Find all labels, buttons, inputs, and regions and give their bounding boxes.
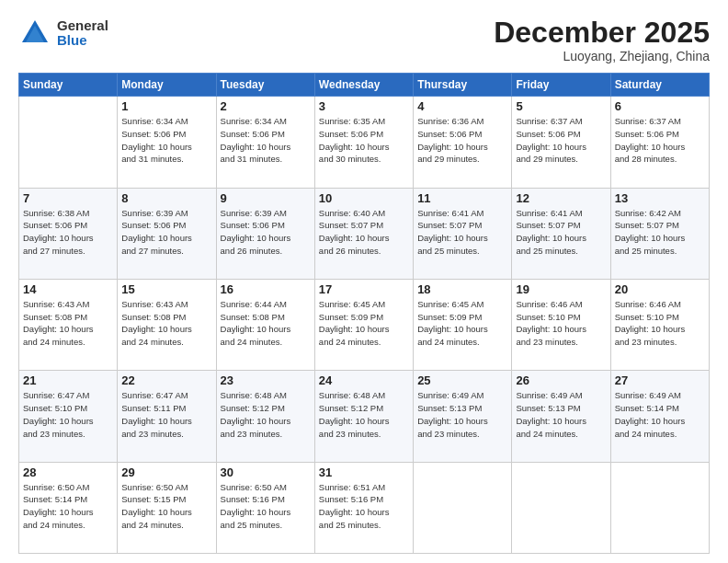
day-number: 13	[615, 191, 705, 205]
day-number: 4	[417, 99, 507, 113]
page: General Blue December 2025 Luoyang, Zhej…	[0, 0, 728, 563]
calendar-table: Sunday Monday Tuesday Wednesday Thursday…	[18, 73, 710, 554]
calendar-week-row: 21Sunrise: 6:47 AM Sunset: 5:10 PM Dayli…	[19, 371, 710, 462]
day-number: 18	[417, 282, 507, 296]
day-info: Sunrise: 6:36 AM Sunset: 5:06 PM Dayligh…	[417, 115, 507, 166]
day-info: Sunrise: 6:37 AM Sunset: 5:06 PM Dayligh…	[516, 115, 606, 166]
day-number: 26	[516, 373, 606, 387]
table-row	[610, 462, 709, 553]
col-monday: Monday	[118, 74, 216, 97]
day-number: 28	[23, 465, 113, 479]
day-info: Sunrise: 6:48 AM Sunset: 5:12 PM Dayligh…	[319, 389, 409, 440]
location-subtitle: Luoyang, Zhejiang, China	[494, 49, 710, 63]
calendar-header-row: Sunday Monday Tuesday Wednesday Thursday…	[19, 74, 710, 97]
day-info: Sunrise: 6:51 AM Sunset: 5:16 PM Dayligh…	[319, 481, 409, 532]
day-number: 24	[319, 373, 409, 387]
day-info: Sunrise: 6:40 AM Sunset: 5:07 PM Dayligh…	[319, 207, 409, 258]
day-info: Sunrise: 6:39 AM Sunset: 5:06 PM Dayligh…	[121, 207, 211, 258]
table-row: 18Sunrise: 6:45 AM Sunset: 5:09 PM Dayli…	[414, 279, 512, 370]
day-number: 12	[516, 191, 606, 205]
day-info: Sunrise: 6:46 AM Sunset: 5:10 PM Dayligh…	[615, 298, 705, 349]
day-info: Sunrise: 6:48 AM Sunset: 5:12 PM Dayligh…	[221, 389, 311, 440]
calendar-week-row: 14Sunrise: 6:43 AM Sunset: 5:08 PM Dayli…	[19, 279, 710, 370]
table-row: 31Sunrise: 6:51 AM Sunset: 5:16 PM Dayli…	[314, 462, 413, 553]
day-number: 15	[121, 282, 211, 296]
table-row: 7Sunrise: 6:38 AM Sunset: 5:06 PM Daylig…	[19, 188, 118, 279]
day-info: Sunrise: 6:50 AM Sunset: 5:15 PM Dayligh…	[121, 481, 211, 532]
col-tuesday: Tuesday	[216, 74, 314, 97]
day-number: 6	[615, 99, 705, 113]
day-number: 5	[516, 99, 606, 113]
day-info: Sunrise: 6:49 AM Sunset: 5:13 PM Dayligh…	[516, 389, 606, 440]
table-row	[414, 462, 512, 553]
calendar-week-row: 1Sunrise: 6:34 AM Sunset: 5:06 PM Daylig…	[19, 97, 710, 188]
day-info: Sunrise: 6:49 AM Sunset: 5:13 PM Dayligh…	[417, 389, 507, 440]
month-title: December 2025	[494, 17, 710, 49]
col-sunday: Sunday	[19, 74, 118, 97]
day-info: Sunrise: 6:46 AM Sunset: 5:10 PM Dayligh…	[516, 298, 606, 349]
table-row: 19Sunrise: 6:46 AM Sunset: 5:10 PM Dayli…	[512, 279, 610, 370]
logo: General Blue	[18, 17, 108, 50]
day-info: Sunrise: 6:45 AM Sunset: 5:09 PM Dayligh…	[417, 298, 507, 349]
day-number: 16	[221, 282, 311, 296]
logo-icon	[18, 17, 51, 50]
day-number: 22	[121, 373, 211, 387]
table-row: 16Sunrise: 6:44 AM Sunset: 5:08 PM Dayli…	[216, 279, 314, 370]
day-number: 7	[23, 191, 113, 205]
day-number: 14	[23, 282, 113, 296]
table-row: 23Sunrise: 6:48 AM Sunset: 5:12 PM Dayli…	[216, 371, 314, 462]
table-row: 2Sunrise: 6:34 AM Sunset: 5:06 PM Daylig…	[216, 97, 314, 188]
day-info: Sunrise: 6:47 AM Sunset: 5:10 PM Dayligh…	[23, 389, 113, 440]
col-friday: Friday	[512, 74, 610, 97]
table-row: 28Sunrise: 6:50 AM Sunset: 5:14 PM Dayli…	[19, 462, 118, 553]
table-row: 6Sunrise: 6:37 AM Sunset: 5:06 PM Daylig…	[610, 97, 709, 188]
day-number: 9	[221, 191, 311, 205]
header: General Blue December 2025 Luoyang, Zhej…	[18, 17, 710, 63]
table-row: 1Sunrise: 6:34 AM Sunset: 5:06 PM Daylig…	[118, 97, 216, 188]
table-row: 25Sunrise: 6:49 AM Sunset: 5:13 PM Dayli…	[414, 371, 512, 462]
day-info: Sunrise: 6:50 AM Sunset: 5:16 PM Dayligh…	[221, 481, 311, 532]
table-row: 21Sunrise: 6:47 AM Sunset: 5:10 PM Dayli…	[19, 371, 118, 462]
table-row	[19, 97, 118, 188]
table-row: 29Sunrise: 6:50 AM Sunset: 5:15 PM Dayli…	[118, 462, 216, 553]
title-block: December 2025 Luoyang, Zhejiang, China	[494, 17, 710, 63]
table-row: 15Sunrise: 6:43 AM Sunset: 5:08 PM Dayli…	[118, 279, 216, 370]
day-info: Sunrise: 6:39 AM Sunset: 5:06 PM Dayligh…	[221, 207, 311, 258]
day-number: 31	[319, 465, 409, 479]
col-wednesday: Wednesday	[314, 74, 413, 97]
day-number: 10	[319, 191, 409, 205]
table-row: 30Sunrise: 6:50 AM Sunset: 5:16 PM Dayli…	[216, 462, 314, 553]
day-info: Sunrise: 6:45 AM Sunset: 5:09 PM Dayligh…	[319, 298, 409, 349]
day-number: 21	[23, 373, 113, 387]
table-row: 22Sunrise: 6:47 AM Sunset: 5:11 PM Dayli…	[118, 371, 216, 462]
day-info: Sunrise: 6:41 AM Sunset: 5:07 PM Dayligh…	[417, 207, 507, 258]
calendar-week-row: 7Sunrise: 6:38 AM Sunset: 5:06 PM Daylig…	[19, 188, 710, 279]
logo-blue-text: Blue	[57, 33, 108, 49]
table-row: 27Sunrise: 6:49 AM Sunset: 5:14 PM Dayli…	[610, 371, 709, 462]
day-number: 8	[121, 191, 211, 205]
day-number: 11	[417, 191, 507, 205]
day-info: Sunrise: 6:47 AM Sunset: 5:11 PM Dayligh…	[121, 389, 211, 440]
table-row: 14Sunrise: 6:43 AM Sunset: 5:08 PM Dayli…	[19, 279, 118, 370]
table-row: 8Sunrise: 6:39 AM Sunset: 5:06 PM Daylig…	[118, 188, 216, 279]
day-info: Sunrise: 6:35 AM Sunset: 5:06 PM Dayligh…	[319, 115, 409, 166]
day-info: Sunrise: 6:50 AM Sunset: 5:14 PM Dayligh…	[23, 481, 113, 532]
day-info: Sunrise: 6:34 AM Sunset: 5:06 PM Dayligh…	[121, 115, 211, 166]
table-row: 3Sunrise: 6:35 AM Sunset: 5:06 PM Daylig…	[314, 97, 413, 188]
day-number: 20	[615, 282, 705, 296]
day-number: 25	[417, 373, 507, 387]
day-info: Sunrise: 6:43 AM Sunset: 5:08 PM Dayligh…	[121, 298, 211, 349]
logo-text: General Blue	[57, 18, 108, 49]
table-row	[512, 462, 610, 553]
day-number: 17	[319, 282, 409, 296]
day-info: Sunrise: 6:41 AM Sunset: 5:07 PM Dayligh…	[516, 207, 606, 258]
day-info: Sunrise: 6:44 AM Sunset: 5:08 PM Dayligh…	[221, 298, 311, 349]
table-row: 5Sunrise: 6:37 AM Sunset: 5:06 PM Daylig…	[512, 97, 610, 188]
day-info: Sunrise: 6:43 AM Sunset: 5:08 PM Dayligh…	[23, 298, 113, 349]
table-row: 17Sunrise: 6:45 AM Sunset: 5:09 PM Dayli…	[314, 279, 413, 370]
table-row: 26Sunrise: 6:49 AM Sunset: 5:13 PM Dayli…	[512, 371, 610, 462]
day-number: 30	[221, 465, 311, 479]
day-info: Sunrise: 6:38 AM Sunset: 5:06 PM Dayligh…	[23, 207, 113, 258]
day-number: 3	[319, 99, 409, 113]
calendar-week-row: 28Sunrise: 6:50 AM Sunset: 5:14 PM Dayli…	[19, 462, 710, 553]
